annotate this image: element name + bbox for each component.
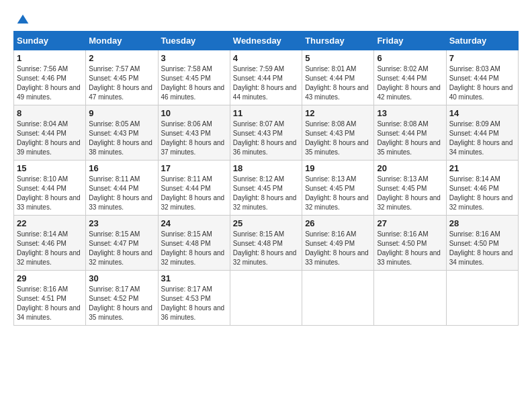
day-number: 23	[89, 218, 154, 228]
calendar-cell: 4Sunrise: 7:59 AMSunset: 4:44 PMDaylight…	[230, 50, 302, 105]
day-info: Sunrise: 8:07 AMSunset: 4:43 PMDaylight:…	[233, 120, 299, 157]
calendar-day-header: Sunday	[14, 32, 86, 50]
calendar-cell: 9Sunrise: 8:05 AMSunset: 4:43 PMDaylight…	[86, 105, 158, 161]
day-info: Sunrise: 8:02 AMSunset: 4:44 PMDaylight:…	[377, 64, 443, 102]
calendar-cell: 24Sunrise: 8:15 AMSunset: 4:48 PMDayligh…	[158, 216, 230, 271]
calendar-week-row: 15Sunrise: 8:10 AMSunset: 4:44 PMDayligh…	[14, 161, 519, 216]
day-number: 7	[449, 53, 515, 63]
calendar-cell: 8Sunrise: 8:04 AMSunset: 4:44 PMDaylight…	[14, 105, 86, 161]
day-info: Sunrise: 8:16 AMSunset: 4:50 PMDaylight:…	[377, 230, 443, 267]
day-info: Sunrise: 8:16 AMSunset: 4:50 PMDaylight:…	[449, 230, 515, 267]
day-info: Sunrise: 8:10 AMSunset: 4:44 PMDaylight:…	[17, 175, 83, 212]
day-number: 15	[17, 163, 83, 173]
calendar-cell: 22Sunrise: 8:14 AMSunset: 4:46 PMDayligh…	[14, 216, 86, 271]
day-info: Sunrise: 8:03 AMSunset: 4:44 PMDaylight:…	[449, 64, 515, 102]
page-header	[13, 13, 519, 24]
calendar-cell: 14Sunrise: 8:09 AMSunset: 4:44 PMDayligh…	[446, 105, 518, 161]
day-number: 9	[89, 108, 154, 118]
day-info: Sunrise: 8:05 AMSunset: 4:43 PMDaylight:…	[89, 120, 154, 157]
calendar-cell: 25Sunrise: 8:15 AMSunset: 4:48 PMDayligh…	[230, 216, 302, 271]
calendar-cell: 6Sunrise: 8:02 AMSunset: 4:44 PMDaylight…	[374, 50, 446, 105]
calendar-day-header: Thursday	[302, 32, 374, 50]
day-number: 18	[233, 163, 299, 173]
day-number: 10	[161, 108, 227, 118]
calendar-cell: 31Sunrise: 8:17 AMSunset: 4:53 PMDayligh…	[158, 271, 230, 326]
day-number: 4	[233, 53, 299, 63]
day-number: 21	[449, 163, 515, 173]
day-info: Sunrise: 8:13 AMSunset: 4:45 PMDaylight:…	[305, 175, 371, 212]
calendar-cell: 27Sunrise: 8:16 AMSunset: 4:50 PMDayligh…	[374, 216, 446, 271]
day-number: 16	[89, 163, 154, 173]
calendar-cell: 21Sunrise: 8:14 AMSunset: 4:46 PMDayligh…	[446, 161, 518, 216]
calendar-cell: 18Sunrise: 8:12 AMSunset: 4:45 PMDayligh…	[230, 161, 302, 216]
day-number: 19	[305, 163, 371, 173]
day-info: Sunrise: 8:12 AMSunset: 4:45 PMDaylight:…	[233, 175, 299, 212]
calendar-cell: 3Sunrise: 7:58 AMSunset: 4:45 PMDaylight…	[158, 50, 230, 105]
calendar-cell	[230, 271, 302, 326]
calendar-cell: 19Sunrise: 8:13 AMSunset: 4:45 PMDayligh…	[302, 161, 374, 216]
calendar-cell	[374, 271, 446, 326]
calendar-table: SundayMondayTuesdayWednesdayThursdayFrid…	[13, 31, 519, 326]
day-number: 17	[161, 163, 227, 173]
day-number: 6	[377, 53, 443, 63]
calendar-cell	[446, 271, 518, 326]
calendar-week-row: 1Sunrise: 7:56 AMSunset: 4:46 PMDaylight…	[14, 50, 519, 105]
day-number: 20	[377, 163, 443, 173]
day-info: Sunrise: 8:17 AMSunset: 4:52 PMDaylight:…	[89, 285, 154, 322]
day-number: 28	[449, 218, 515, 228]
day-number: 11	[233, 108, 299, 118]
day-info: Sunrise: 8:14 AMSunset: 4:46 PMDaylight:…	[449, 175, 515, 212]
day-info: Sunrise: 8:14 AMSunset: 4:46 PMDaylight:…	[17, 230, 83, 267]
day-number: 13	[377, 108, 443, 118]
calendar-cell: 7Sunrise: 8:03 AMSunset: 4:44 PMDaylight…	[446, 50, 518, 105]
day-number: 1	[17, 53, 83, 63]
calendar-cell	[302, 271, 374, 326]
day-number: 25	[233, 218, 299, 228]
calendar-week-row: 8Sunrise: 8:04 AMSunset: 4:44 PMDaylight…	[14, 105, 519, 161]
calendar-day-header: Monday	[86, 32, 158, 50]
calendar-cell: 17Sunrise: 8:11 AMSunset: 4:44 PMDayligh…	[158, 161, 230, 216]
day-number: 29	[17, 273, 83, 283]
svg-marker-0	[17, 15, 29, 24]
calendar-header-row: SundayMondayTuesdayWednesdayThursdayFrid…	[14, 32, 519, 50]
calendar-cell: 5Sunrise: 8:01 AMSunset: 4:44 PMDaylight…	[302, 50, 374, 105]
calendar-cell: 11Sunrise: 8:07 AMSunset: 4:43 PMDayligh…	[230, 105, 302, 161]
calendar-cell: 13Sunrise: 8:08 AMSunset: 4:44 PMDayligh…	[374, 105, 446, 161]
day-info: Sunrise: 7:59 AMSunset: 4:44 PMDaylight:…	[233, 64, 299, 102]
day-info: Sunrise: 8:08 AMSunset: 4:43 PMDaylight:…	[305, 120, 371, 157]
day-number: 24	[161, 218, 227, 228]
day-info: Sunrise: 8:11 AMSunset: 4:44 PMDaylight:…	[161, 175, 227, 212]
calendar-cell: 10Sunrise: 8:06 AMSunset: 4:43 PMDayligh…	[158, 105, 230, 161]
calendar-cell: 2Sunrise: 7:57 AMSunset: 4:45 PMDaylight…	[86, 50, 158, 105]
day-number: 14	[449, 108, 515, 118]
day-number: 3	[161, 53, 227, 63]
calendar-cell: 28Sunrise: 8:16 AMSunset: 4:50 PMDayligh…	[446, 216, 518, 271]
calendar-cell: 15Sunrise: 8:10 AMSunset: 4:44 PMDayligh…	[14, 161, 86, 216]
calendar-cell: 1Sunrise: 7:56 AMSunset: 4:46 PMDaylight…	[14, 50, 86, 105]
calendar-cell: 20Sunrise: 8:13 AMSunset: 4:45 PMDayligh…	[374, 161, 446, 216]
logo-icon	[16, 13, 30, 27]
logo	[13, 13, 30, 24]
day-info: Sunrise: 8:16 AMSunset: 4:51 PMDaylight:…	[17, 285, 83, 322]
calendar-cell: 26Sunrise: 8:16 AMSunset: 4:49 PMDayligh…	[302, 216, 374, 271]
day-info: Sunrise: 8:15 AMSunset: 4:48 PMDaylight:…	[233, 230, 299, 267]
calendar-week-row: 22Sunrise: 8:14 AMSunset: 4:46 PMDayligh…	[14, 216, 519, 271]
day-info: Sunrise: 7:56 AMSunset: 4:46 PMDaylight:…	[17, 64, 83, 102]
day-info: Sunrise: 8:08 AMSunset: 4:44 PMDaylight:…	[377, 120, 443, 157]
calendar-cell: 16Sunrise: 8:11 AMSunset: 4:44 PMDayligh…	[86, 161, 158, 216]
day-info: Sunrise: 8:09 AMSunset: 4:44 PMDaylight:…	[449, 120, 515, 157]
day-number: 5	[305, 53, 371, 63]
day-info: Sunrise: 7:58 AMSunset: 4:45 PMDaylight:…	[161, 64, 227, 102]
calendar-cell: 29Sunrise: 8:16 AMSunset: 4:51 PMDayligh…	[14, 271, 86, 326]
calendar-cell: 30Sunrise: 8:17 AMSunset: 4:52 PMDayligh…	[86, 271, 158, 326]
day-info: Sunrise: 8:01 AMSunset: 4:44 PMDaylight:…	[305, 64, 371, 102]
day-info: Sunrise: 8:13 AMSunset: 4:45 PMDaylight:…	[377, 175, 443, 212]
day-number: 8	[17, 108, 83, 118]
day-info: Sunrise: 8:15 AMSunset: 4:48 PMDaylight:…	[161, 230, 227, 267]
day-number: 27	[377, 218, 443, 228]
day-info: Sunrise: 8:11 AMSunset: 4:44 PMDaylight:…	[89, 175, 154, 212]
calendar-day-header: Wednesday	[230, 32, 302, 50]
day-number: 26	[305, 218, 371, 228]
day-number: 22	[17, 218, 83, 228]
day-number: 12	[305, 108, 371, 118]
